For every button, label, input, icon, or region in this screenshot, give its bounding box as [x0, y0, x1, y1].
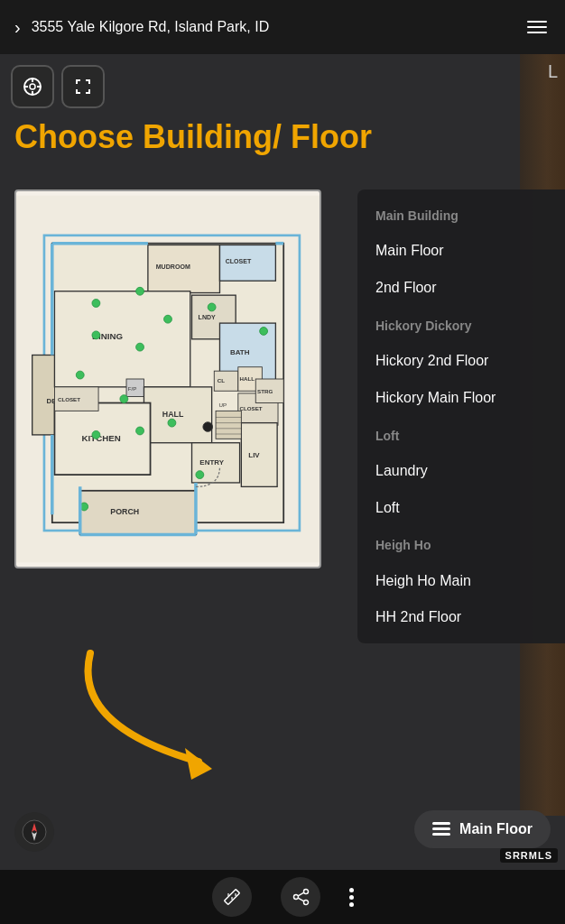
compass-control-button[interactable] [11, 65, 54, 108]
bottom-toolbar [0, 870, 565, 924]
svg-point-84 [303, 901, 308, 905]
floor-list-item[interactable]: Hickory 2nd Floor [357, 343, 565, 380]
svg-text:MUDROOM: MUDROOM [156, 263, 190, 270]
svg-point-49 [92, 300, 100, 308]
compass-button[interactable] [14, 812, 54, 852]
floor-list-item[interactable]: 2nd Floor [357, 270, 565, 307]
svg-point-82 [293, 895, 298, 900]
svg-point-61 [168, 419, 176, 427]
floor-list-section-header: Loft [357, 417, 565, 453]
svg-text:LIV: LIV [248, 451, 260, 459]
menu-button[interactable] [523, 17, 551, 37]
svg-point-52 [136, 343, 144, 351]
page-title: Choose Building/ Floor [14, 117, 372, 156]
svg-rect-77 [432, 833, 450, 836]
floor-list-item[interactable]: HH 2nd Floor [357, 599, 565, 636]
svg-text:BATH: BATH [230, 348, 250, 356]
svg-rect-75 [432, 822, 450, 825]
svg-text:STRG: STRG [257, 388, 273, 394]
main-content: L Choose Building/ Floor [0, 54, 565, 870]
more-options-button[interactable] [349, 888, 354, 907]
svg-point-60 [208, 303, 216, 311]
svg-text:HALL: HALL [240, 375, 255, 382]
svg-text:KITCHEN: KITCHEN [82, 433, 121, 443]
svg-point-59 [260, 328, 268, 336]
floor-list-item[interactable]: Hickory Main Floor [357, 380, 565, 417]
svg-point-54 [164, 315, 172, 323]
floor-selector-button[interactable]: Main Floor [414, 810, 551, 848]
svg-text:PORCH: PORCH [110, 507, 139, 516]
floor-plan-svg: DECK MUDROOM CLOSET LNDY BATH CL HALL CL… [16, 191, 320, 567]
svg-rect-43 [216, 411, 241, 439]
floor-list-item[interactable]: Heigh Ho Main [357, 563, 565, 600]
svg-point-70 [203, 422, 213, 432]
svg-text:F/P: F/P [128, 385, 137, 392]
svg-point-53 [76, 371, 84, 379]
floor-list-section-header: Main Building [357, 197, 565, 233]
share-button[interactable] [281, 877, 320, 917]
floor-list-item[interactable]: Main Floor [357, 233, 565, 270]
svg-text:CL: CL [218, 377, 225, 383]
floor-list-section-header: Hickory Dickory [357, 307, 565, 343]
svg-point-50 [136, 287, 144, 295]
svg-rect-76 [432, 827, 450, 830]
bracket-icon: L [548, 61, 558, 82]
floor-list: Main BuildingMain Floor2nd FloorHickory … [357, 189, 565, 643]
svg-point-62 [120, 395, 128, 403]
svg-text:LNDY: LNDY [199, 314, 217, 320]
floor-list-item[interactable]: Laundry [357, 453, 565, 490]
srrmls-badge: SRRMLS [500, 848, 558, 863]
svg-text:ENTRY: ENTRY [199, 458, 224, 467]
svg-point-83 [303, 890, 308, 894]
floor-selector-label: Main Floor [459, 821, 533, 837]
back-button[interactable]: › [14, 17, 21, 38]
svg-text:CLOSET: CLOSET [58, 396, 80, 402]
svg-point-55 [92, 430, 100, 439]
svg-text:HALL: HALL [162, 410, 184, 419]
svg-point-1 [30, 84, 35, 89]
measure-button[interactable] [212, 877, 252, 917]
expand-control-button[interactable] [61, 65, 105, 108]
svg-point-51 [92, 331, 100, 339]
svg-text:UP: UP [219, 402, 227, 408]
svg-line-86 [298, 898, 304, 901]
floor-plan-container[interactable]: DECK MUDROOM CLOSET LNDY BATH CL HALL CL… [14, 189, 321, 568]
top-bar: › 3555 Yale Kilgore Rd, Island Park, ID [0, 0, 565, 54]
property-address: 3555 Yale Kilgore Rd, Island Park, ID [32, 19, 523, 35]
svg-text:CLOSET: CLOSET [226, 258, 252, 264]
floor-list-item[interactable]: Loft [357, 490, 565, 527]
svg-line-85 [298, 892, 304, 896]
svg-point-56 [136, 427, 144, 435]
svg-point-58 [196, 471, 204, 479]
svg-text:CLOSET: CLOSET [240, 405, 263, 411]
map-controls [11, 65, 105, 108]
floor-list-section-header: Heigh Ho [357, 526, 565, 562]
